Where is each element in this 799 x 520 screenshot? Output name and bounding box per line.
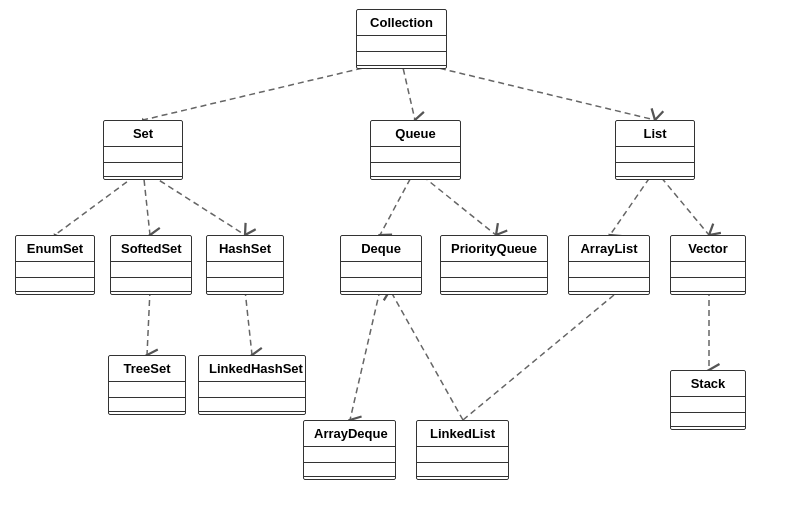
- svg-line-10: [350, 290, 380, 420]
- box-arraylist-title: ArrayList: [569, 236, 649, 262]
- box-list-title: List: [616, 121, 694, 147]
- box-collection: Collection: [356, 9, 447, 69]
- box-priorityqueue-title: PriorityQueue: [441, 236, 547, 262]
- uml-diagram: Collection Set Queue List EnumSet: [0, 0, 799, 520]
- box-linkedhashset-title: LinkedHashSet: [199, 356, 305, 382]
- box-vector: Vector: [670, 235, 746, 295]
- box-collection-title: Collection: [357, 10, 446, 36]
- box-treeset: TreeSet: [108, 355, 186, 415]
- box-arraydeque-title: ArrayDeque: [304, 421, 395, 447]
- box-deque: Deque: [340, 235, 422, 295]
- box-linkedlist-title: LinkedList: [417, 421, 508, 447]
- box-set-title: Set: [104, 121, 182, 147]
- box-set: Set: [103, 120, 183, 180]
- box-linkedlist: LinkedList: [416, 420, 509, 480]
- box-linkedhashset: LinkedHashSet: [198, 355, 306, 415]
- box-hashset-title: HashSet: [207, 236, 283, 262]
- svg-line-15: [463, 290, 620, 420]
- box-arraydeque: ArrayDeque: [303, 420, 396, 480]
- box-treeset-title: TreeSet: [109, 356, 185, 382]
- box-arraylist: ArrayList: [568, 235, 650, 295]
- box-stack: Stack: [670, 370, 746, 430]
- box-list: List: [615, 120, 695, 180]
- box-softedset: SoftedSet: [110, 235, 192, 295]
- svg-line-6: [147, 290, 150, 355]
- box-queue: Queue: [370, 120, 461, 180]
- box-softedset-title: SoftedSet: [111, 236, 191, 262]
- box-enumset: EnumSet: [15, 235, 95, 295]
- svg-line-14: [390, 290, 463, 420]
- svg-line-7: [245, 290, 252, 355]
- box-enumset-title: EnumSet: [16, 236, 94, 262]
- box-priorityqueue: PriorityQueue: [440, 235, 548, 295]
- box-stack-title: Stack: [671, 371, 745, 397]
- box-vector-title: Vector: [671, 236, 745, 262]
- box-deque-title: Deque: [341, 236, 421, 262]
- box-queue-title: Queue: [371, 121, 460, 147]
- box-hashset: HashSet: [206, 235, 284, 295]
